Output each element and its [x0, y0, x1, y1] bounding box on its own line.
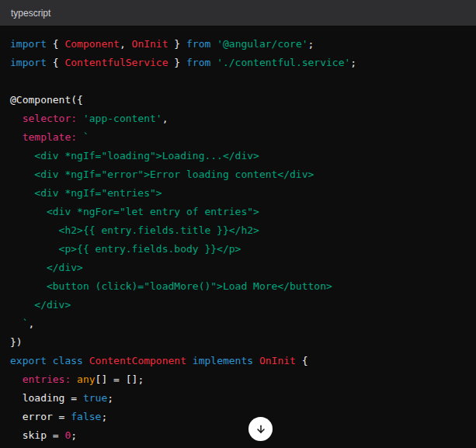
scroll-to-bottom-button[interactable] — [248, 417, 273, 441]
code-token: OnInit — [132, 38, 169, 50]
code-block-header: typescript — [0, 0, 476, 26]
code-token: <div *ngIf="error">Error loading content… — [10, 168, 314, 180]
code-token: error = — [10, 411, 71, 422]
code-line: </div> — [10, 259, 466, 277]
code-token — [253, 355, 259, 366]
code-line: template: ` — [10, 128, 466, 147]
code-token — [10, 318, 23, 329]
code-token: , — [162, 113, 169, 124]
code-token: import — [10, 38, 47, 50]
code-token: </div> — [10, 262, 83, 273]
code-token: OnInit — [259, 355, 296, 366]
arrow-down-icon — [255, 423, 267, 436]
code-token: import — [10, 57, 47, 68]
code-token: ContentComponent — [89, 355, 186, 366]
code-token: selector: — [23, 113, 77, 124]
code-token — [210, 57, 217, 68]
code-token: ` — [83, 131, 89, 143]
code-token — [77, 113, 83, 124]
code-line: }) — [10, 333, 466, 352]
code-line: import { ContentfulService } from './con… — [10, 54, 466, 72]
code-token — [71, 373, 77, 385]
code-token — [186, 355, 193, 366]
code-token — [83, 355, 89, 366]
code-token: ; — [107, 392, 113, 404]
code-token: { — [47, 38, 64, 50]
code-line: </div> — [10, 296, 466, 314]
code-token: </div> — [10, 299, 71, 311]
code-token: , — [120, 38, 132, 50]
code-token: , — [28, 318, 34, 329]
code-area: import { Component, OnInit } from '@angu… — [0, 26, 476, 448]
code-token: <h2>{{ entry.fields.title }}</h2> — [10, 224, 259, 236]
code-token: { — [296, 355, 308, 366]
code-line — [10, 72, 466, 91]
code-token: { — [47, 57, 64, 68]
code-token: <div *ngIf="loading">Loading...</div> — [10, 150, 259, 161]
code-token: export — [10, 355, 47, 366]
code-token: [] = []; — [96, 373, 144, 385]
code-block: typescript import { Component, OnInit } … — [0, 0, 476, 448]
code-line: <p>{{ entry.fields.body }}</p> — [10, 240, 466, 259]
code-token: ; — [71, 429, 77, 441]
code-token: } — [169, 57, 186, 68]
code-line: selector: 'app-content', — [10, 109, 466, 128]
code-token: 'app-content' — [83, 113, 162, 124]
code-line: skip = 0; — [10, 426, 466, 445]
code-token — [10, 113, 23, 124]
code-token: '@angular/core' — [217, 38, 307, 50]
code-line: <h2>{{ entry.fields.title }}</h2> — [10, 221, 466, 240]
code-token: loading = — [10, 392, 83, 404]
code-line: @Component({ — [10, 91, 466, 109]
code-token: ; — [101, 411, 107, 422]
code-token: template: — [23, 131, 77, 143]
code-token: './contentful.service' — [217, 57, 350, 68]
code-token: implements — [193, 355, 253, 366]
code-token: ; — [350, 57, 356, 68]
code-line: `, — [10, 314, 466, 333]
code-token: Component — [64, 38, 119, 50]
code-token: class — [53, 355, 83, 366]
code-token: <p>{{ entry.fields.body }}</p> — [10, 243, 241, 255]
code-token: ; — [308, 38, 314, 50]
code-token: <button (click)="loadMore()">Load More</… — [10, 280, 332, 292]
code-token: <div *ngIf="entries"> — [10, 187, 162, 199]
code-token: skip = — [10, 429, 64, 441]
code-token: } — [169, 38, 186, 50]
code-token: ContentfulService — [64, 57, 168, 68]
code-line: export class ContentComponent implements… — [10, 352, 466, 370]
code-token: true — [83, 392, 107, 404]
code-token: from — [186, 57, 210, 68]
code-content: import { Component, OnInit } from '@angu… — [10, 35, 466, 445]
code-token: <div *ngFor="let entry of entries"> — [10, 206, 259, 217]
code-token: }) — [10, 336, 23, 348]
code-line: loading = true; — [10, 389, 466, 408]
code-token — [210, 38, 217, 50]
code-line: import { Component, OnInit } from '@angu… — [10, 35, 466, 54]
code-token: false — [71, 411, 101, 422]
code-token: from — [186, 38, 210, 50]
code-line: <div *ngIf="entries"> — [10, 184, 466, 203]
code-token: @Component({ — [10, 94, 83, 106]
code-line: entries: any[] = []; — [10, 370, 466, 389]
code-line: <button (click)="loadMore()">Load More</… — [10, 277, 466, 296]
code-token — [10, 131, 23, 143]
language-label: typescript — [11, 8, 50, 19]
code-token: entries: — [23, 373, 71, 385]
code-line: error = false; — [10, 408, 466, 426]
code-line: <div *ngIf="error">Error loading content… — [10, 165, 466, 184]
code-token — [77, 131, 83, 143]
code-line: <div *ngFor="let entry of entries"> — [10, 203, 466, 221]
code-token: any — [77, 373, 95, 385]
code-line: <div *ngIf="loading">Loading...</div> — [10, 147, 466, 165]
code-token — [47, 355, 53, 366]
code-token — [10, 373, 23, 385]
